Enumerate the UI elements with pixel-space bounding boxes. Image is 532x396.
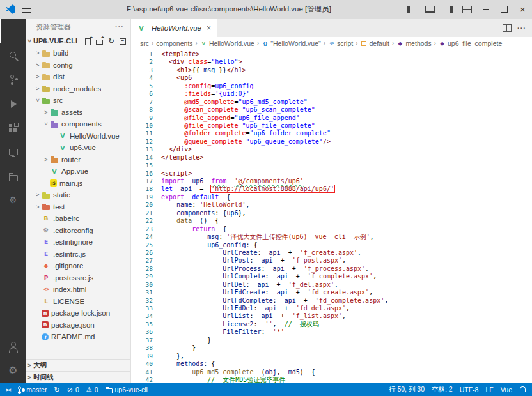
code-line[interactable]: 27 UrlPost: api + 'f_post.aspx',: [131, 257, 532, 264]
code-line[interactable]: 41 up6_md5_complete (obj, md5) {: [131, 369, 532, 376]
breadcrumb-helloworld-vue[interactable]: HelloWorld.vue: [200, 40, 254, 47]
toggle-panel-button[interactable]: [421, 0, 439, 19]
tree-item-app-vue[interactable]: >App.vue: [26, 165, 130, 178]
problems-errors[interactable]: 0: [67, 386, 79, 393]
tree-item-static[interactable]: >static: [26, 189, 130, 201]
code-line[interactable]: 24 msg: '泽优大文件上传控件(up6) vue cli 示例',: [131, 233, 532, 241]
code-line[interactable]: 33 UrlFdDel: api + 'fd_del.aspx',: [131, 305, 532, 312]
tree-item-license[interactable]: >LICENSE: [26, 296, 130, 308]
code-line[interactable]: 16<script>: [131, 170, 532, 178]
code-line[interactable]: 13 </div>: [131, 146, 532, 153]
breadcrumb-up6-file-complete[interactable]: up6_file_complete: [439, 40, 502, 47]
menu-icon[interactable]: [22, 6, 31, 13]
code-line[interactable]: 38 }: [131, 344, 532, 352]
new-file-icon[interactable]: [84, 36, 93, 45]
tree-item--eslintrc-js[interactable]: >.eslintrc.js: [26, 248, 130, 261]
code-line[interactable]: 36 FileFilter: '*': [131, 328, 532, 336]
tree-item-package-lock-json[interactable]: >package-lock.json: [26, 307, 130, 319]
code-line[interactable]: 20 name: 'HelloWorld',: [131, 201, 532, 209]
code-line[interactable]: 10 @file_complete="up6_file_complete": [131, 122, 532, 130]
minimize-button[interactable]: [476, 0, 495, 19]
workspace-folder-indicator[interactable]: up6-vue-cli: [106, 386, 148, 393]
breadcrumb-src[interactable]: src: [140, 40, 149, 47]
tree-item-up6-vue[interactable]: >up6.vue: [26, 142, 130, 154]
tree-item-build[interactable]: >build: [26, 47, 130, 59]
code-line[interactable]: 5 :config=up6_config: [131, 82, 532, 90]
code-line[interactable]: 2 <div class="hello">: [131, 58, 532, 66]
notifications-bell[interactable]: [519, 386, 526, 393]
tree-item--eslintignore[interactable]: >.eslintignore: [26, 236, 130, 248]
project-section-header[interactable]: > UP6-VUE-CLI ↻: [26, 34, 130, 47]
new-folder-icon[interactable]: [95, 36, 104, 45]
tree-item--postcssrc-js[interactable]: >.postcssrc.js: [26, 272, 130, 284]
code-line[interactable]: 30 UrlDel: api + 'f_del.aspx',: [131, 281, 532, 289]
code-line[interactable]: 1<template>: [131, 50, 532, 58]
tree-item--babelrc[interactable]: >.babelrc: [26, 213, 130, 225]
explorer-button[interactable]: [0, 19, 26, 43]
remote-indicator[interactable]: [6, 387, 10, 393]
remote-explorer-button[interactable]: [0, 141, 26, 165]
breadcrumb-script[interactable]: script: [328, 40, 353, 47]
outline-section[interactable]: > 大纲: [26, 359, 130, 371]
code-line[interactable]: 11 @folder_complete="up6_folder_complete…: [131, 130, 532, 137]
code-editor[interactable]: 1<template>2 <div class="hello">3 <h1>{{…: [131, 49, 532, 383]
git-branch-indicator[interactable]: master: [17, 386, 47, 394]
tree-item-package-json[interactable]: >package.json: [26, 319, 130, 331]
split-editor-icon[interactable]: [503, 24, 512, 32]
code-line[interactable]: 8 @scan_complete="up6_scan_complete": [131, 106, 532, 114]
collapse-folders-icon[interactable]: [118, 36, 127, 45]
tree-item-src[interactable]: >src: [26, 95, 130, 107]
close-button[interactable]: ×: [513, 0, 532, 19]
toggle-sidebar-button[interactable]: [402, 0, 421, 19]
code-line[interactable]: 42 // 文件MD5验证完毕事件: [131, 376, 532, 383]
indentation-indicator[interactable]: 空格: 2: [432, 385, 453, 394]
breadcrumb--helloworld-vue-[interactable]: "HelloWorld.vue": [262, 40, 320, 47]
tree-item-index-html[interactable]: >index.html: [26, 284, 130, 296]
code-line[interactable]: 4 <up6: [131, 74, 532, 82]
code-line[interactable]: 21 components: {up6},: [131, 209, 532, 217]
timeline-section[interactable]: > 时间线: [26, 371, 130, 383]
language-mode[interactable]: Vue: [501, 386, 512, 393]
code-line[interactable]: 23 return {: [131, 225, 532, 233]
tree-item-helloworld-vue[interactable]: >HelloWorld.vue: [26, 130, 130, 142]
breadcrumb-default[interactable]: default: [361, 40, 390, 47]
tree-item-dist[interactable]: >dist: [26, 71, 130, 83]
refresh-explorer-icon[interactable]: ↻: [107, 36, 116, 45]
project-manager-button[interactable]: [0, 165, 26, 189]
code-line[interactable]: 29 UrlComplete: api + 'f_complete.aspx',: [131, 273, 532, 280]
code-line[interactable]: 39 },: [131, 353, 532, 360]
tree-item-main-js[interactable]: >main.js: [26, 178, 130, 190]
search-button[interactable]: [0, 43, 26, 68]
tree-item-node-modules[interactable]: >node_modules: [26, 83, 130, 95]
code-line[interactable]: 22 data () {: [131, 217, 532, 225]
tree-item-router[interactable]: >router: [26, 154, 130, 166]
cursor-position[interactable]: 行 50, 列 30: [389, 385, 425, 394]
close-tab-icon[interactable]: ×: [207, 24, 211, 33]
tab-helloworld-vue[interactable]: HelloWorld.vue ×: [131, 19, 217, 37]
code-line[interactable]: 3 <h1>{{ msg }}</h1>: [131, 66, 532, 74]
code-line[interactable]: 26 UrlCreate: api + 'f_create.aspx',: [131, 249, 532, 257]
sidebar-more-actions-icon[interactable]: ···: [115, 23, 124, 31]
tree-item-readme-md[interactable]: >README.md: [26, 331, 130, 343]
code-line[interactable]: 35 License2: '', // 授权码: [131, 321, 532, 328]
breadcrumb-components[interactable]: components: [156, 40, 192, 47]
extensions-button[interactable]: [0, 116, 26, 141]
code-line[interactable]: 9 @file_append="up6_file_append": [131, 114, 532, 122]
tree-item--gitignore[interactable]: >.gitignore: [26, 260, 130, 272]
code-line[interactable]: 32 UrlFdComplete: api + 'fd_complete.asp…: [131, 297, 532, 305]
toggle-secondary-sidebar-button[interactable]: [439, 0, 458, 19]
code-line[interactable]: 6 :fields='{uid:0}': [131, 90, 532, 98]
account-button[interactable]: [0, 335, 26, 359]
run-debug-button[interactable]: [0, 92, 26, 116]
encoding-indicator[interactable]: UTF-8: [460, 386, 479, 393]
code-line[interactable]: 25 up6_config: {: [131, 241, 532, 249]
tree-item-config[interactable]: >config: [26, 59, 130, 72]
sync-button[interactable]: [54, 386, 59, 393]
source-control-button[interactable]: [0, 68, 26, 92]
tree-item-components[interactable]: >components: [26, 118, 130, 130]
code-line[interactable]: 7 @md5_complete="up6_md5_complete": [131, 98, 532, 106]
settings-sync-button[interactable]: [0, 189, 26, 213]
settings-gear-button[interactable]: [0, 359, 26, 383]
tree-item-test[interactable]: >test: [26, 201, 130, 213]
eol-indicator[interactable]: LF: [485, 386, 493, 393]
